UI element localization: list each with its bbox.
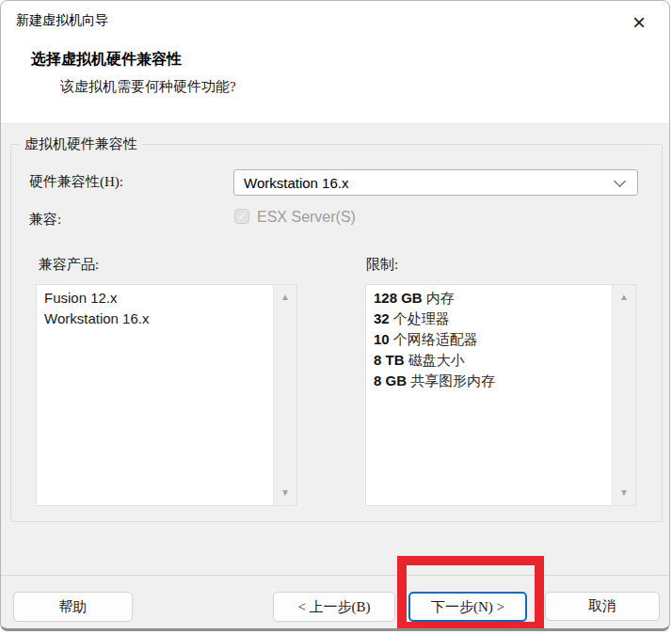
limitations-list[interactable]: 128 GB 内存 32 个处理器 10 个网络适配器 8 TB 磁盘大小 8 …: [365, 284, 636, 506]
compatible-products-list[interactable]: Fusion 12.x Workstation 16.x ▲ ▼: [36, 284, 297, 506]
limit-value: 10: [374, 331, 390, 347]
footer-divider: [1, 575, 669, 576]
hardware-compat-selected-value: Workstation 16.x: [244, 175, 348, 191]
new-vm-wizard-dialog: 新建虚拟机向导 × 选择虚拟机硬件兼容性 该虚拟机需要何种硬件功能? 虚拟机硬件…: [0, 0, 670, 631]
window-title: 新建虚拟机向导: [16, 12, 108, 29]
esx-server-label: ESX Server(S): [257, 209, 356, 226]
scroll-up-icon[interactable]: ▲: [274, 293, 296, 302]
list-item: 10 个网络适配器: [374, 329, 611, 350]
dialog-header: 新建虚拟机向导 × 选择虚拟机硬件兼容性 该虚拟机需要何种硬件功能?: [1, 1, 669, 124]
list-item: 8 TB 磁盘大小: [374, 350, 611, 371]
scroll-down-icon[interactable]: ▼: [274, 488, 296, 498]
esx-server-checkbox[interactable]: ✓: [234, 209, 249, 224]
close-button[interactable]: ×: [622, 7, 656, 39]
hardware-compat-label: 硬件兼容性(H):: [29, 173, 123, 191]
screenshot-stage: 新建虚拟机向导 × 选择虚拟机硬件兼容性 该虚拟机需要何种硬件功能? 虚拟机硬件…: [0, 0, 672, 634]
list-item: Fusion 12.x: [44, 288, 272, 309]
scroll-up-icon[interactable]: ▲: [613, 293, 635, 302]
products-scrollbar[interactable]: ▲ ▼: [273, 285, 296, 505]
group-title: 虚拟机硬件兼容性: [20, 135, 142, 153]
limit-value: 32: [374, 310, 390, 326]
limit-value: 8 GB: [374, 372, 407, 388]
chevron-down-icon: [614, 175, 626, 187]
list-item: 32 个处理器: [374, 309, 611, 329]
limit-text: 共享图形内存: [410, 373, 495, 388]
hardware-compat-select[interactable]: Workstation 16.x: [233, 169, 638, 196]
close-icon: ×: [632, 11, 646, 34]
page-subtitle: 该虚拟机需要何种硬件功能?: [60, 78, 236, 96]
limit-text: 内存: [426, 291, 455, 306]
limits-label: 限制:: [366, 256, 398, 274]
next-button[interactable]: 下一步(N) >: [408, 592, 527, 622]
products-label: 兼容产品:: [39, 256, 99, 274]
compatible-with-label: 兼容:: [29, 211, 61, 229]
scroll-down-icon[interactable]: ▼: [613, 488, 635, 498]
list-item: 128 GB 内存: [374, 288, 611, 309]
back-button[interactable]: < 上一步(B): [273, 592, 395, 622]
limit-text: 个处理器: [393, 311, 450, 326]
help-button[interactable]: 帮助: [13, 592, 133, 622]
list-item: Workstation 16.x: [44, 309, 272, 329]
limit-value: 8 TB: [374, 352, 405, 368]
limit-text: 磁盘大小: [408, 353, 465, 368]
limit-value: 128 GB: [374, 290, 423, 306]
page-title: 选择虚拟机硬件兼容性: [31, 50, 182, 70]
list-item: 8 GB 共享图形内存: [374, 371, 611, 391]
limits-scrollbar[interactable]: ▲ ▼: [612, 285, 635, 505]
limit-text: 个网络适配器: [393, 332, 478, 347]
cancel-button[interactable]: 取消: [545, 592, 660, 621]
checkmark-icon: ✓: [237, 211, 246, 223]
